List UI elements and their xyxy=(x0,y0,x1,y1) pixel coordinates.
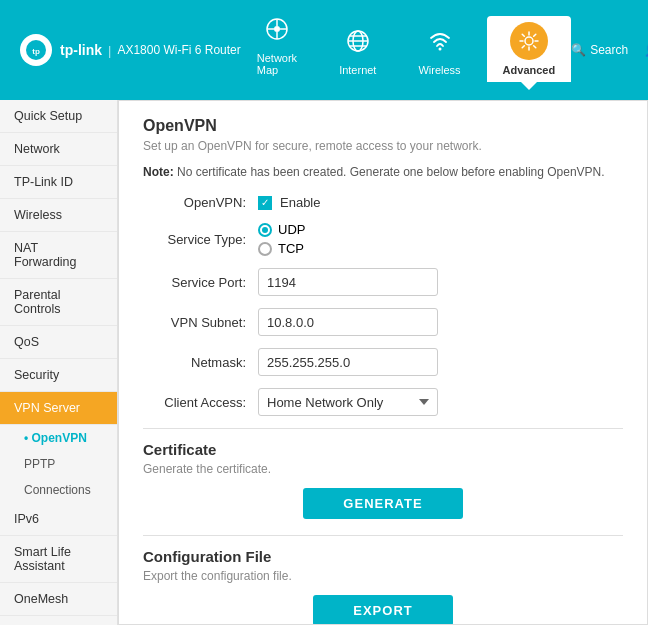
sidebar-item-security[interactable]: Security xyxy=(0,359,117,392)
openvpn-enable-row: OpenVPN: ✓ Enable xyxy=(143,195,623,210)
search-label: Search xyxy=(590,43,628,57)
pptp-label: PPTP xyxy=(24,457,55,471)
tp-link-logo: tp xyxy=(20,34,52,66)
nav-advanced-label: Advanced xyxy=(503,64,556,76)
sidebar-item-parental-controls[interactable]: Parental Controls xyxy=(0,279,117,326)
udp-radio[interactable] xyxy=(258,223,272,237)
sidebar-item-nat-forwarding[interactable]: NAT Forwarding xyxy=(0,232,117,279)
vpn-subnet-label: VPN Subnet: xyxy=(143,315,258,330)
divider-1 xyxy=(143,428,623,429)
quick-setup-label: Quick Setup xyxy=(14,109,82,123)
main-nav: Network Map Internet xyxy=(241,10,571,90)
vpn-subnet-input[interactable] xyxy=(258,308,438,336)
sidebar-item-wireless[interactable]: Wireless xyxy=(0,199,117,232)
tcp-radio[interactable] xyxy=(258,242,272,256)
ipv6-label: IPv6 xyxy=(14,512,39,526)
svg-point-13 xyxy=(438,48,441,51)
brand-name: tp-link xyxy=(60,42,102,58)
page-subtitle: Set up an OpenVPN for secure, remote acc… xyxy=(143,139,623,153)
onemesh-label: OneMesh xyxy=(14,592,68,606)
svg-point-3 xyxy=(274,26,280,32)
sidebar-item-ipv6[interactable]: IPv6 xyxy=(0,503,117,536)
nav-network-map[interactable]: Network Map xyxy=(241,10,313,82)
nav-internet-label: Internet xyxy=(339,64,376,76)
advanced-icon-circle xyxy=(510,22,548,60)
openvpn-sub-label: • OpenVPN xyxy=(24,431,87,445)
netmask-label: Netmask: xyxy=(143,355,258,370)
note-strong: Note: xyxy=(143,165,174,179)
internet-icon xyxy=(345,28,371,60)
connections-label: Connections xyxy=(24,483,91,497)
qos-label: QoS xyxy=(14,335,39,349)
sidebar-item-qos[interactable]: QoS xyxy=(0,326,117,359)
wireless-sidebar-label: Wireless xyxy=(14,208,62,222)
tcp-label: TCP xyxy=(278,241,304,256)
nat-label: NAT Forwarding xyxy=(14,241,77,269)
sidebar-item-quick-setup[interactable]: Quick Setup xyxy=(0,100,117,133)
sidebar-item-openvpn[interactable]: • OpenVPN xyxy=(0,425,117,451)
network-map-icon xyxy=(264,16,290,48)
sidebar-item-tplink-id[interactable]: TP-Link ID xyxy=(0,166,117,199)
network-label: Network xyxy=(14,142,60,156)
service-type-radio-group: UDP TCP xyxy=(258,222,305,256)
wireless-icon xyxy=(427,28,453,60)
header: tp tp-link | AX1800 Wi-Fi 6 Router Netwo… xyxy=(0,0,648,100)
netmask-input[interactable] xyxy=(258,348,438,376)
nav-network-map-label: Network Map xyxy=(257,52,297,76)
sidebar-item-smart-life[interactable]: Smart Life Assistant xyxy=(0,536,117,583)
parental-label: Parental Controls xyxy=(14,288,61,316)
nav-wireless-label: Wireless xyxy=(418,64,460,76)
page-title: OpenVPN xyxy=(143,117,623,135)
vpn-subnet-row: VPN Subnet: xyxy=(143,308,623,336)
brand: tp tp-link | AX1800 Wi-Fi 6 Router xyxy=(20,34,241,66)
sidebar-item-onemesh[interactable]: OneMesh xyxy=(0,583,117,616)
sidebar-item-vpn-server[interactable]: VPN Server xyxy=(0,392,117,425)
security-label: Security xyxy=(14,368,59,382)
tcp-radio-row: TCP xyxy=(258,241,305,256)
nav-wireless[interactable]: Wireless xyxy=(402,22,476,82)
router-name: AX1800 Wi-Fi 6 Router xyxy=(117,43,240,57)
service-type-row: Service Type: UDP TCP xyxy=(143,222,623,256)
client-access-label: Client Access: xyxy=(143,395,258,410)
service-type-label: Service Type: xyxy=(143,232,258,247)
tplink-id-sidebar-label: TP-Link ID xyxy=(14,175,73,189)
certificate-title: Certificate xyxy=(143,441,623,458)
certificate-subtitle: Generate the certificate. xyxy=(143,462,623,476)
tplink-id-action[interactable]: 👤 TP-Link ID xyxy=(644,43,648,57)
divider-2 xyxy=(143,535,623,536)
enable-checkbox[interactable]: ✓ xyxy=(258,196,272,210)
generate-button[interactable]: GENERATE xyxy=(303,488,462,519)
netmask-row: Netmask: xyxy=(143,348,623,376)
search-action[interactable]: 🔍 Search xyxy=(571,43,628,57)
openvpn-label: OpenVPN: xyxy=(143,195,258,210)
main-layout: Quick Setup Network TP-Link ID Wireless … xyxy=(0,100,648,625)
service-port-row: Service Port: xyxy=(143,268,623,296)
nav-advanced[interactable]: Advanced xyxy=(487,16,572,82)
sidebar-item-pptp[interactable]: PPTP xyxy=(0,451,117,477)
openvpn-enable-value: ✓ Enable xyxy=(258,195,320,210)
svg-point-14 xyxy=(525,37,533,45)
export-button[interactable]: EXPORT xyxy=(313,595,452,625)
header-actions: 🔍 Search 👤 TP-Link ID 🚪 Log Out xyxy=(571,43,648,57)
client-access-select[interactable]: Home Network Only xyxy=(258,388,438,416)
brand-divider: | xyxy=(108,43,111,58)
note-body: No certificate has been created. Generat… xyxy=(177,165,605,179)
sidebar-item-connections[interactable]: Connections xyxy=(0,477,117,503)
udp-radio-row: UDP xyxy=(258,222,305,237)
nav-internet[interactable]: Internet xyxy=(323,22,392,82)
vpn-server-label: VPN Server xyxy=(14,401,80,415)
client-access-row: Client Access: Home Network Only xyxy=(143,388,623,416)
sidebar-item-network[interactable]: Network xyxy=(0,133,117,166)
sidebar: Quick Setup Network TP-Link ID Wireless … xyxy=(0,100,118,625)
search-icon: 🔍 xyxy=(571,43,586,57)
svg-text:tp: tp xyxy=(32,47,40,56)
smart-life-label: Smart Life Assistant xyxy=(14,545,71,573)
config-subtitle: Export the configuration file. xyxy=(143,569,623,583)
content-area: OpenVPN Set up an OpenVPN for secure, re… xyxy=(118,100,648,625)
udp-label: UDP xyxy=(278,222,305,237)
enable-label: Enable xyxy=(280,195,320,210)
service-port-input[interactable] xyxy=(258,268,438,296)
sidebar-item-system[interactable]: System xyxy=(0,616,117,625)
service-port-label: Service Port: xyxy=(143,275,258,290)
note-text: Note: No certificate has been created. G… xyxy=(143,165,623,179)
